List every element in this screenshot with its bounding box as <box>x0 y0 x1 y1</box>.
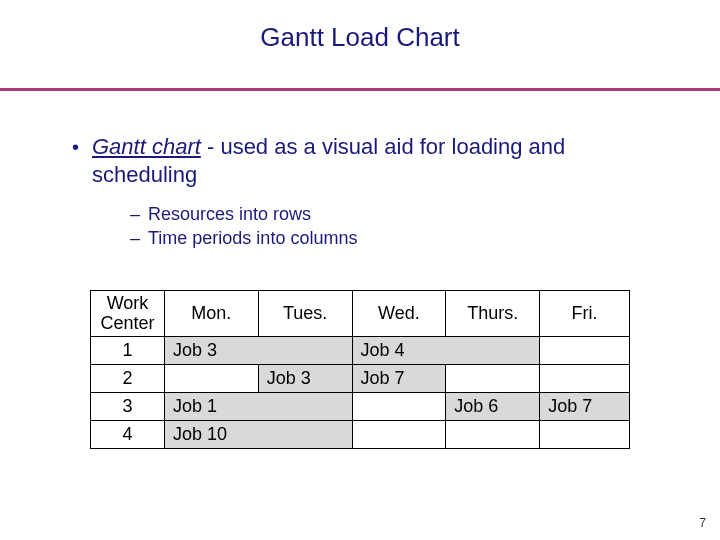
gantt-table-wrap: WorkCenter Mon. Tues. Wed. Thurs. Fri. 1… <box>90 290 630 449</box>
job-cell: Job 7 <box>540 393 630 421</box>
empty-cell <box>540 337 630 365</box>
empty-cell <box>164 365 258 393</box>
sub-bullets: –Resources into rows –Time periods into … <box>130 202 357 251</box>
empty-cell <box>352 393 446 421</box>
sub-bullet-b-label: Time periods into columns <box>148 228 357 248</box>
header-mon: Mon. <box>164 291 258 337</box>
table-row: 1 Job 3 Job 4 <box>91 337 630 365</box>
empty-cell <box>352 421 446 449</box>
table-row: 3 Job 1 Job 6 Job 7 <box>91 393 630 421</box>
job-cell: Job 1 <box>164 393 352 421</box>
row-head: 1 <box>91 337 165 365</box>
table-header-row: WorkCenter Mon. Tues. Wed. Thurs. Fri. <box>91 291 630 337</box>
table-row: 2 Job 3 Job 7 <box>91 365 630 393</box>
job-cell: Job 4 <box>352 337 540 365</box>
job-cell: Job 3 <box>258 365 352 393</box>
job-cell: Job 10 <box>164 421 352 449</box>
job-cell: Job 6 <box>446 393 540 421</box>
bullet-main: • Gantt chart - used as a visual aid for… <box>92 133 660 188</box>
row-head: 2 <box>91 365 165 393</box>
header-fri: Fri. <box>540 291 630 337</box>
row-head: 3 <box>91 393 165 421</box>
sub-bullet-a: –Resources into rows <box>130 202 357 226</box>
empty-cell <box>540 421 630 449</box>
sub-bullet-a-label: Resources into rows <box>148 204 311 224</box>
empty-cell <box>446 421 540 449</box>
page-title: Gantt Load Chart <box>0 22 720 53</box>
header-thurs: Thurs. <box>446 291 540 337</box>
slide: Gantt Load Chart • Gantt chart - used as… <box>0 0 720 540</box>
bullet-term: Gantt chart <box>92 134 201 159</box>
header-tues: Tues. <box>258 291 352 337</box>
sub-bullet-b: –Time periods into columns <box>130 226 357 250</box>
page-number: 7 <box>699 516 706 530</box>
table-row: 4 Job 10 <box>91 421 630 449</box>
header-wed: Wed. <box>352 291 446 337</box>
row-head: 4 <box>91 421 165 449</box>
empty-cell <box>540 365 630 393</box>
header-work-center: WorkCenter <box>91 291 165 337</box>
dash-icon: – <box>130 226 148 250</box>
empty-cell <box>446 365 540 393</box>
horizontal-rule <box>0 88 720 91</box>
dash-icon: – <box>130 202 148 226</box>
job-cell: Job 7 <box>352 365 446 393</box>
gantt-table: WorkCenter Mon. Tues. Wed. Thurs. Fri. 1… <box>90 290 630 449</box>
job-cell: Job 3 <box>164 337 352 365</box>
bullet-dot-icon: • <box>72 135 79 160</box>
